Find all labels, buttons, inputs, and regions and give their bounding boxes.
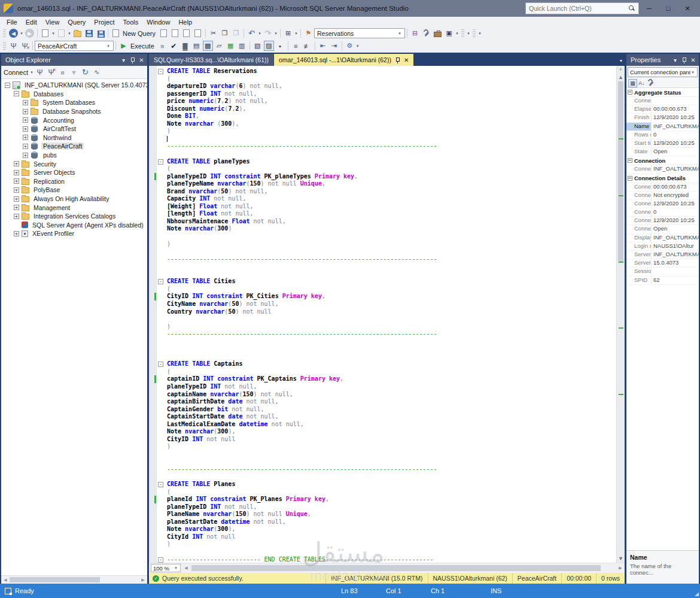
scroll-left-icon[interactable]: ◀ (1, 578, 10, 582)
console-icon[interactable]: ▣ (444, 28, 454, 38)
connect-object-explorer-icon[interactable]: Ψ (35, 67, 45, 77)
cut-button[interactable]: ✂ (208, 28, 218, 38)
toolbar-overflow-dropdown[interactable]: ▾ (466, 31, 471, 36)
collapse-icon[interactable]: − (628, 158, 632, 163)
code-line[interactable]: departureID varchar(6) not null, (149, 83, 616, 90)
connect-button[interactable]: Connect (4, 69, 28, 76)
tree-item-integration-services-catalogs[interactable]: +Integration Services Catalogs (1, 212, 147, 221)
menu-tools[interactable]: Tools (119, 18, 143, 26)
quick-launch-box[interactable] (525, 2, 639, 14)
code-line[interactable]: ----------------------------------------… (149, 142, 616, 150)
tree-item-replication[interactable]: +Replication (1, 177, 147, 186)
code-line[interactable] (149, 338, 616, 346)
object-explorer-header[interactable]: Object Explorer ▾ ✕ (1, 54, 147, 66)
code-line[interactable] (149, 271, 616, 278)
property-row[interactable]: Rows re0 (626, 131, 699, 139)
include-client-statistics-icon[interactable]: ▱ (214, 41, 224, 51)
undo-button[interactable]: ↶ (246, 28, 257, 38)
expand-icon[interactable]: + (23, 109, 28, 114)
vscroll-thumb[interactable] (618, 81, 623, 262)
registered-servers-icon[interactable]: ⊟ (410, 28, 420, 38)
available-databases-combobox[interactable]: PeaceAirCraft ▾ (35, 41, 114, 51)
toolbar-overflow-dropdown[interactable]: ▾ (477, 31, 482, 36)
paste-button[interactable]: ❒ (231, 28, 241, 38)
code-line[interactable]: planeTypeID INT constraint PK_planeTypes… (149, 173, 616, 181)
code-line[interactable]: captainID INT constraint PK_Captains Pri… (149, 375, 616, 383)
code-line[interactable]: NbhoursMaintenace Float not null, (149, 218, 616, 226)
close-panel-icon[interactable]: ✕ (689, 56, 698, 65)
tree-item-pubs[interactable]: +pubs (1, 151, 147, 160)
code-line[interactable]: [Weight] Float not null, (149, 203, 616, 211)
expand-icon[interactable]: + (23, 100, 28, 105)
code-line[interactable]: ( (149, 368, 616, 376)
redo-button[interactable]: ↷ (263, 28, 273, 38)
refresh-icon[interactable]: ↻ (80, 67, 90, 77)
expand-icon[interactable]: + (14, 214, 19, 219)
scroll-right-icon[interactable]: ▶ (616, 566, 625, 570)
open-file-icon[interactable] (72, 28, 83, 38)
code-line[interactable]: PlaneName nvarchar(150) not null Unique, (149, 511, 616, 518)
tree-item-databases[interactable]: −Databases (1, 90, 147, 99)
cancel-query-button[interactable]: ■ (157, 41, 168, 51)
code-line[interactable]: ( (149, 286, 616, 293)
code-line[interactable]: ) (149, 443, 616, 451)
code-line[interactable]: Note nvarchar(300), (149, 526, 616, 533)
undo-dropdown[interactable]: ▾ (257, 31, 262, 36)
decrease-indent-icon[interactable]: ⇤ (318, 41, 328, 51)
save-button[interactable] (84, 28, 94, 38)
collapse-icon[interactable]: − (5, 83, 10, 88)
property-row[interactable]: Login nNAUSS1\OAltur (626, 242, 699, 251)
fold-collapse-box[interactable]: - (158, 159, 163, 165)
code-line[interactable]: -CREATE TABLE Captains (149, 360, 616, 368)
disconnect-icon[interactable]: Ψ✕ (46, 67, 56, 77)
new-mdx-query-icon[interactable] (159, 28, 169, 38)
menu-help[interactable]: Help (174, 18, 196, 26)
new-dax-query-icon[interactable] (193, 28, 203, 38)
code-line[interactable] (149, 345, 616, 353)
code-line[interactable]: Brand nvarchar(50) not null, (149, 188, 616, 196)
tree-item-server-objects[interactable]: +Server Objects (1, 168, 147, 177)
property-row[interactable]: DisplayINF_OALTURKMA (626, 234, 699, 242)
code-line[interactable]: ( (149, 488, 616, 496)
splitter-plus-icon[interactable]: + (617, 66, 625, 74)
expand-icon[interactable]: + (23, 144, 28, 149)
display-estimated-plan-icon[interactable]: ▓ (180, 41, 190, 51)
new-dmx-query-icon[interactable] (170, 28, 180, 38)
uncomment-lines-icon[interactable]: ≢ (302, 41, 312, 51)
code-line[interactable]: Country nvarchar(50) not null (149, 308, 616, 316)
results-to-text-icon[interactable]: ▥ (237, 41, 247, 51)
expand-icon[interactable]: + (14, 205, 19, 210)
document-tab-2[interactable]: omar_146013.sql -...1\OAlturkmani (62))✕ (274, 54, 413, 66)
combo-dropdown-icon[interactable]: ▾ (106, 44, 111, 48)
menu-edit[interactable]: Edit (22, 18, 41, 26)
code-line[interactable] (149, 315, 616, 323)
menu-view[interactable]: View (41, 18, 64, 26)
collapse-icon[interactable]: − (628, 90, 632, 95)
tree-item-aircrafttest[interactable]: +AirCraftTest (1, 125, 147, 133)
property-row[interactable]: Connec (626, 97, 699, 105)
code-line[interactable]: Done BIT, (149, 113, 616, 120)
code-line[interactable]: ( (149, 75, 616, 83)
code-line[interactable]: Note nvarchar(300) (149, 225, 616, 233)
code-line[interactable]: ) (149, 323, 616, 331)
property-row[interactable]: ConnecNot encrypted (626, 192, 699, 200)
code-line[interactable]: [length] Float not null, (149, 210, 616, 218)
minimize-button[interactable]: ─ (640, 2, 658, 15)
tree-item-peaceaircraft[interactable]: +PeaceAirCraft (1, 142, 147, 151)
code-line[interactable] (149, 150, 616, 158)
property-row[interactable]: Server rINF_OALTURKMA (626, 251, 699, 259)
code-line[interactable]: -CREATE TABLE Reservations (149, 68, 616, 75)
tree-item-polybase[interactable]: +PolyBase (1, 186, 147, 195)
new-query-icon[interactable] (40, 28, 50, 38)
resize-grip[interactable]: ◢ (695, 591, 699, 597)
results-to-grid-pressed-button[interactable]: ▨ (264, 41, 274, 51)
property-row[interactable]: Start tin12/9/2020 10:25 (626, 139, 699, 148)
code-line[interactable]: price numeric(7,2) not null, (149, 98, 616, 105)
code-line[interactable]: Capacity INT not null, (149, 195, 616, 203)
property-section-header[interactable]: −Connection Details (626, 174, 699, 183)
tab-list-dropdown-icon[interactable]: ▾ (620, 58, 625, 66)
toolbar-overflow-grip[interactable] (461, 29, 464, 38)
new-xmla-query-icon[interactable] (181, 28, 191, 38)
console-dropdown[interactable]: ▾ (455, 31, 459, 36)
property-row[interactable]: Finish ti12/9/2020 10:25 (626, 114, 699, 122)
